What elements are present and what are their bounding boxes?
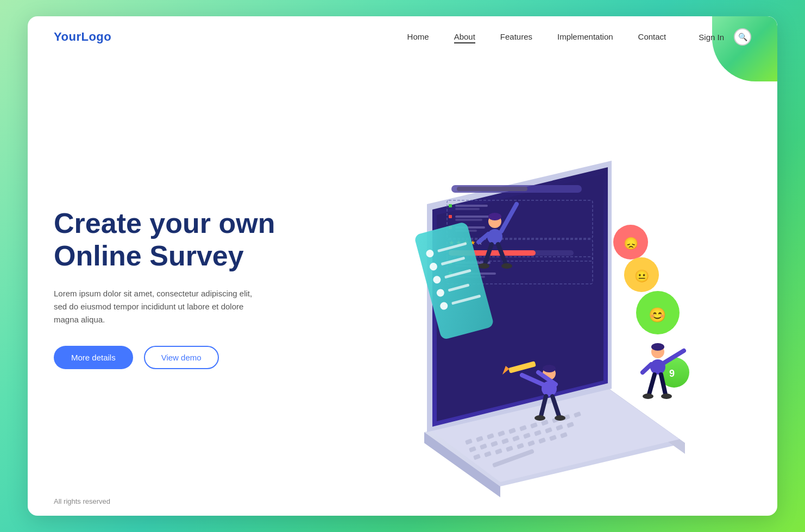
cta-buttons: More details View demo [54,346,315,369]
badge-number: 9 [669,368,675,379]
nav-right: Sign In 🔍 [699,28,751,46]
nav-item-home[interactable]: Home [407,32,429,42]
sad-emoji: 😞 [624,236,639,251]
hero-title: Create your own Online Survey [54,207,315,273]
nav-item-contact[interactable]: Contact [638,32,666,42]
svg-point-70 [661,394,672,399]
row1-text [455,205,488,207]
nav-item-implementation[interactable]: Implementation [557,32,613,42]
svg-point-49 [479,263,489,269]
checkbox-1 [449,204,452,207]
nav-item-features[interactable]: Features [500,32,532,42]
right-panel: ★ ★ ★ ★ ★ [315,68,751,486]
svg-point-53 [543,365,556,372]
svg-line-67 [649,375,655,394]
illustration: ★ ★ ★ ★ ★ [348,96,718,486]
svg-point-69 [643,394,653,399]
checkbox-2 [449,215,452,218]
svg-line-66 [643,364,651,372]
search-icon[interactable]: 🔍 [734,28,751,46]
footer-text: All rights reserved [54,497,110,505]
svg-point-64 [651,343,664,351]
svg-point-61 [555,415,565,421]
signin-link[interactable]: Sign In [699,33,724,42]
row1-text2 [455,208,480,210]
logo: YourLogo [54,30,111,44]
neutral-emoji: 😐 [634,269,650,283]
nav-links: Home About Features Implementation Conta… [407,32,666,42]
svg-point-60 [534,415,545,421]
svg-point-44 [488,213,501,220]
hero-description: Lorem ipsum dolor sit amet, consectetur … [54,287,271,326]
happy-emoji: 😊 [649,306,666,324]
row2-text2 [455,219,482,221]
left-panel: Create your own Online Survey Lorem ipsu… [54,68,315,486]
page-card: YourLogo Home About Features Implementat… [28,16,777,516]
footer: All rights reserved [28,486,777,516]
more-details-button[interactable]: More details [54,346,133,369]
view-demo-button[interactable]: View demo [144,346,219,369]
main-content: Create your own Online Survey Lorem ipsu… [28,58,777,486]
svg-point-50 [501,263,512,269]
navbar: YourLogo Home About Features Implementat… [28,16,777,58]
nav-item-about[interactable]: About [454,32,475,42]
row2-text [455,216,493,218]
screen-searchbar-inner [457,187,527,191]
